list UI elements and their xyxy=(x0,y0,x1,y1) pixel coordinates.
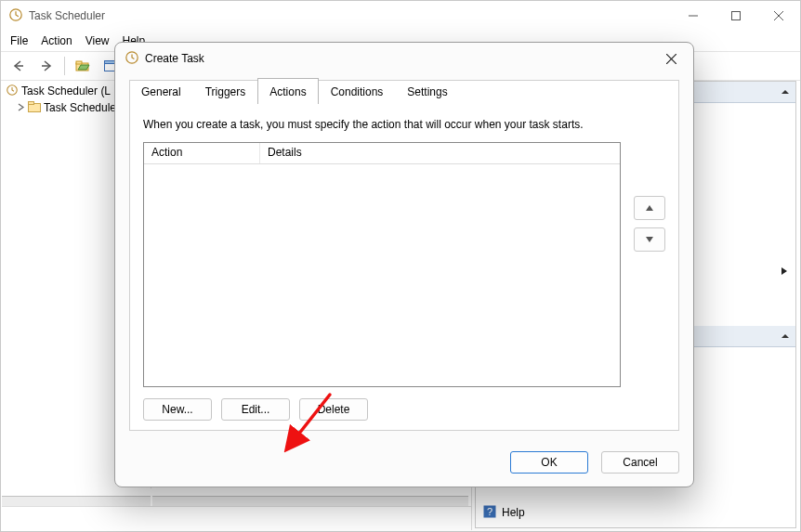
tree-root-label: Task Scheduler (L xyxy=(21,84,111,97)
chevron-right-icon xyxy=(17,101,25,114)
main-title: Task Scheduler xyxy=(29,9,105,22)
clock-icon xyxy=(6,84,19,99)
move-down-button[interactable] xyxy=(634,227,665,252)
actions-table-header: Action Details xyxy=(144,143,620,164)
column-action[interactable]: Action xyxy=(144,143,260,163)
tab-settings[interactable]: Settings xyxy=(395,80,459,104)
actions-table[interactable]: Action Details xyxy=(143,142,621,387)
chevron-up-icon xyxy=(781,85,790,98)
move-up-button[interactable] xyxy=(634,196,665,220)
actions-description: When you create a task, you must specify… xyxy=(143,118,665,131)
tab-triggers[interactable]: Triggers xyxy=(193,80,258,104)
svg-rect-1 xyxy=(732,12,741,20)
actions-button-row: New... Edit... Delete xyxy=(143,398,368,421)
clock-icon xyxy=(125,50,139,68)
tree-child-label: Task Schedule xyxy=(44,101,116,114)
menu-view[interactable]: View xyxy=(85,34,110,47)
actions-tabpage: When you create a task, you must specify… xyxy=(143,118,665,421)
triangle-right-icon xyxy=(781,266,788,279)
actions-help-row[interactable]: ? Help xyxy=(483,503,788,522)
tab-general[interactable]: General xyxy=(129,80,193,104)
dialog-footer: OK Cancel xyxy=(510,451,679,474)
minimize-button[interactable] xyxy=(672,1,715,31)
chevron-up-icon xyxy=(781,330,790,343)
actions-table-area: Action Details xyxy=(143,142,665,387)
help-icon: ? xyxy=(483,505,496,521)
tab-conditions[interactable]: Conditions xyxy=(319,80,396,104)
close-button[interactable] xyxy=(757,1,800,31)
dialog-close-button[interactable] xyxy=(650,45,691,72)
nav-back-button[interactable] xyxy=(7,54,31,78)
svg-rect-10 xyxy=(29,101,34,104)
edit-button[interactable]: Edit... xyxy=(221,398,290,421)
menu-action[interactable]: Action xyxy=(41,34,72,47)
actions-help-label: Help xyxy=(502,506,525,519)
svg-rect-3 xyxy=(76,61,82,64)
cancel-button[interactable]: Cancel xyxy=(601,451,679,474)
reorder-buttons xyxy=(634,196,665,252)
dialog-title: Create Task xyxy=(145,52,204,65)
dialog-body: General Triggers Actions Conditions Sett… xyxy=(129,80,679,431)
tab-actions[interactable]: Actions xyxy=(257,78,318,104)
folder-icon xyxy=(28,101,41,115)
column-details[interactable]: Details xyxy=(260,143,620,163)
toolbar-folder-button[interactable] xyxy=(71,54,95,78)
dialog-titlebar: Create Task xyxy=(115,43,693,74)
maximize-button[interactable] xyxy=(715,1,757,31)
tabstrip: General Triggers Actions Conditions Sett… xyxy=(129,80,460,104)
menu-file[interactable]: File xyxy=(10,34,28,47)
main-titlebar: Task Scheduler xyxy=(1,1,800,31)
svg-text:?: ? xyxy=(487,506,492,517)
delete-button[interactable]: Delete xyxy=(299,398,368,421)
toolbar-separator xyxy=(64,57,65,75)
ok-button[interactable]: OK xyxy=(510,451,588,474)
new-button[interactable]: New... xyxy=(143,398,212,421)
clock-icon xyxy=(8,7,23,25)
create-task-dialog: Create Task General Triggers Actions Con… xyxy=(114,42,694,487)
nav-forward-button[interactable] xyxy=(34,54,59,78)
